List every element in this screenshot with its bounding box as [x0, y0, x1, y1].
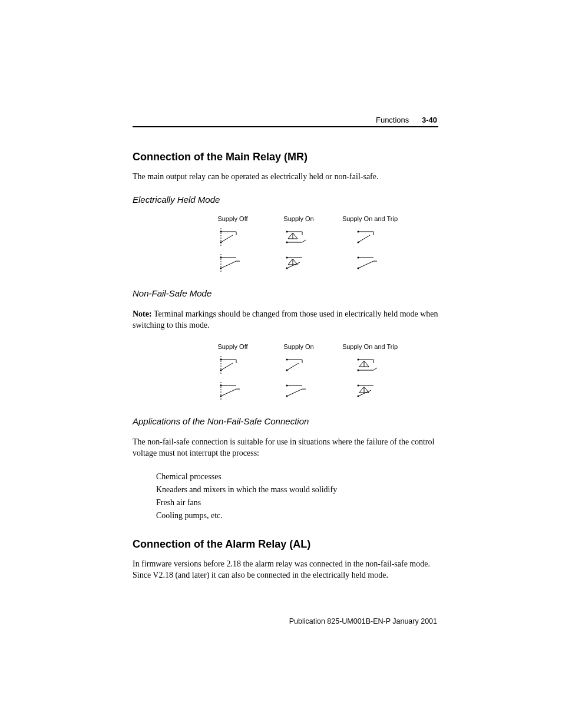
col-label: Supply On — [266, 343, 332, 350]
section-name: Functions — [376, 116, 409, 124]
list-item: Fresh air fans — [156, 496, 438, 509]
publication-footer: Publication 825-UM001B-EN-P January 2001 — [289, 617, 437, 625]
header-rule — [133, 126, 438, 127]
relay-icon — [285, 228, 313, 246]
col-label: Supply On and Trip — [332, 343, 408, 350]
heading-alarm-relay: Connection of the Alarm Relay (AL) — [133, 538, 438, 551]
relay-icon — [356, 254, 384, 272]
relay-icon — [219, 356, 247, 374]
relay-icon — [356, 356, 384, 374]
list-item: Chemical processes — [156, 470, 438, 483]
relay-icon — [285, 254, 313, 272]
intro-alarm-relay: In firmware versions before 2.18 the ala… — [133, 559, 438, 581]
col-label: Supply On and Trip — [332, 215, 408, 222]
relay-icon — [285, 356, 313, 374]
note-body: Terminal markings should be changed from… — [133, 309, 438, 330]
intro-main-relay: The main output relay can be operated as… — [133, 172, 438, 183]
col-label: Supply Off — [200, 215, 266, 222]
subheading-non-fail-safe: Non-Fail-Safe Mode — [133, 288, 438, 298]
relay-icon — [219, 254, 247, 272]
col-label: Supply On — [266, 215, 332, 222]
list-item: Cooling pumps, etc. — [156, 509, 438, 522]
diagram-electrically-held: Supply Off Supply On Supply On and Trip — [200, 215, 438, 272]
col-label: Supply Off — [200, 343, 266, 350]
relay-icon — [285, 382, 313, 400]
relay-icon — [356, 382, 384, 400]
subheading-electrically-held: Electrically Held Mode — [133, 195, 438, 205]
apps-list: Chemical processes Kneaders and mixers i… — [156, 470, 438, 522]
list-item: Kneaders and mixers in which the mass wo… — [156, 483, 438, 496]
subheading-applications: Applications of the Non-Fail-Safe Connec… — [133, 416, 438, 426]
diagram-non-fail-safe: Supply Off Supply On Supply On and Trip — [200, 343, 438, 400]
running-header: Functions 3-40 — [376, 116, 437, 124]
note-label: Note: — [133, 309, 152, 318]
note-non-fail-safe: Note: Terminal markings should be change… — [133, 309, 438, 331]
heading-main-relay: Connection of the Main Relay (MR) — [133, 151, 438, 163]
relay-icon — [356, 228, 384, 246]
relay-icon — [219, 382, 247, 400]
apps-intro: The non-fail-safe connection is suitable… — [133, 437, 438, 459]
relay-icon — [219, 228, 247, 246]
page-number: 3-40 — [422, 116, 437, 124]
